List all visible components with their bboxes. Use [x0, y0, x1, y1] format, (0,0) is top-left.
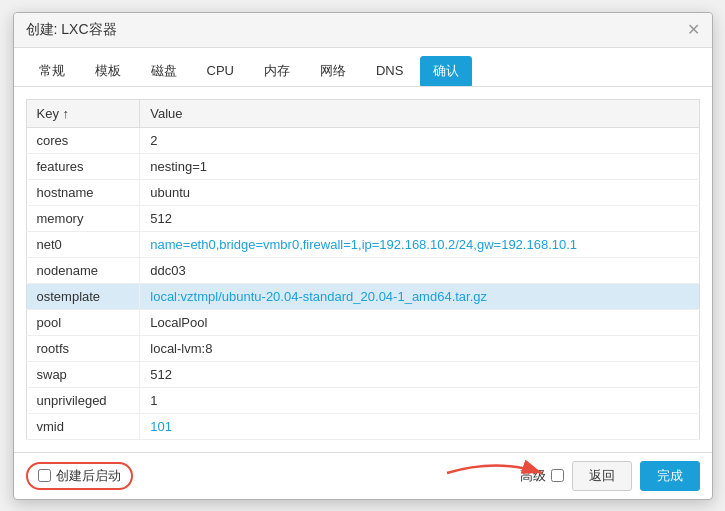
col-key: Key ↑ — [26, 99, 140, 127]
table-row: unprivileged1 — [26, 387, 699, 413]
cell-value: 101 — [140, 413, 699, 439]
footer-bar: 创建后启动 高级 返回 完成 — [14, 452, 712, 499]
start-after-create-checkbox[interactable] — [38, 469, 51, 482]
cell-key: nodename — [26, 257, 140, 283]
dialog-title: 创建: LXC容器 — [26, 21, 117, 39]
finish-button[interactable]: 完成 — [640, 461, 700, 491]
cell-key: hostname — [26, 179, 140, 205]
cell-value: LocalPool — [140, 309, 699, 335]
cell-value: ddc03 — [140, 257, 699, 283]
cell-value: 2 — [140, 127, 699, 153]
table-row: rootfslocal-lvm:8 — [26, 335, 699, 361]
cell-value: 512 — [140, 205, 699, 231]
tab-template[interactable]: 模板 — [82, 56, 134, 86]
table-row: cores2 — [26, 127, 699, 153]
table-row: nodenameddc03 — [26, 257, 699, 283]
cell-key: pool — [26, 309, 140, 335]
cell-value: local-lvm:8 — [140, 335, 699, 361]
footer-left: 创建后启动 — [26, 462, 133, 490]
table-row: hostnameubuntu — [26, 179, 699, 205]
cell-key: ostemplate — [26, 283, 140, 309]
table-row: vmid101 — [26, 413, 699, 439]
cell-key: rootfs — [26, 335, 140, 361]
cell-value: local:vztmpl/ubuntu-20.04-standard_20.04… — [140, 283, 699, 309]
tab-bar: 常规 模板 磁盘 CPU 内存 网络 DNS 确认 — [14, 48, 712, 87]
start-after-create-text: 创建后启动 — [56, 467, 121, 485]
summary-table: Key ↑ Value cores2featuresnesting=1hostn… — [26, 99, 700, 440]
tab-dns[interactable]: DNS — [363, 57, 416, 84]
cell-key: cores — [26, 127, 140, 153]
cell-value: name=eth0,bridge=vmbr0,firewall=1,ip=192… — [140, 231, 699, 257]
cell-value: nesting=1 — [140, 153, 699, 179]
cell-key: net0 — [26, 231, 140, 257]
tab-memory[interactable]: 内存 — [251, 56, 303, 86]
advanced-checkbox[interactable] — [551, 469, 564, 482]
table-row: swap512 — [26, 361, 699, 387]
cell-key: memory — [26, 205, 140, 231]
lxc-create-dialog: 创建: LXC容器 ✕ 常规 模板 磁盘 CPU 内存 网络 DNS 确认 Ke… — [13, 12, 713, 500]
cell-key: swap — [26, 361, 140, 387]
back-button[interactable]: 返回 — [572, 461, 632, 491]
dialog-titlebar: 创建: LXC容器 ✕ — [14, 13, 712, 48]
footer-right: 高级 返回 完成 — [520, 461, 700, 491]
table-row: net0name=eth0,bridge=vmbr0,firewall=1,ip… — [26, 231, 699, 257]
cell-value: 512 — [140, 361, 699, 387]
summary-table-container: Key ↑ Value cores2featuresnesting=1hostn… — [14, 87, 712, 452]
cell-key: features — [26, 153, 140, 179]
table-row: poolLocalPool — [26, 309, 699, 335]
tab-confirm[interactable]: 确认 — [420, 56, 472, 86]
tab-cpu[interactable]: CPU — [194, 57, 247, 84]
close-icon[interactable]: ✕ — [687, 22, 700, 38]
cell-key: vmid — [26, 413, 140, 439]
tab-general[interactable]: 常规 — [26, 56, 78, 86]
advanced-area: 高级 — [520, 467, 564, 485]
cell-value: 1 — [140, 387, 699, 413]
cell-key: unprivileged — [26, 387, 140, 413]
col-value: Value — [140, 99, 699, 127]
advanced-label: 高级 — [520, 467, 546, 485]
tab-disk[interactable]: 磁盘 — [138, 56, 190, 86]
table-row: memory512 — [26, 205, 699, 231]
start-after-create-label[interactable]: 创建后启动 — [26, 462, 133, 490]
table-row: featuresnesting=1 — [26, 153, 699, 179]
tab-network[interactable]: 网络 — [307, 56, 359, 86]
cell-value: ubuntu — [140, 179, 699, 205]
table-row: ostemplatelocal:vztmpl/ubuntu-20.04-stan… — [26, 283, 699, 309]
